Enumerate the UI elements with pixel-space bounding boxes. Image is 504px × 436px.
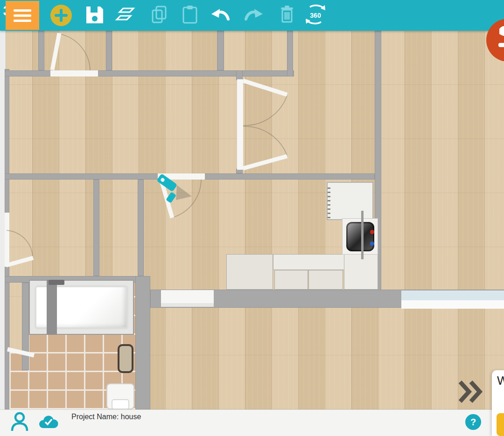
door-leaf-bathroom[interactable] <box>7 349 34 355</box>
door-leaf-double-lower[interactable] <box>243 156 287 168</box>
door-leaf-left-wall[interactable] <box>6 258 33 265</box>
copy-icon <box>150 4 168 27</box>
account-button[interactable] <box>10 411 29 434</box>
paste-button[interactable] <box>179 5 201 26</box>
help-question-mark: ? <box>470 417 476 428</box>
promo-button[interactable] <box>486 19 504 62</box>
add-icon <box>50 5 72 26</box>
cloud-sync-button[interactable] <box>38 415 59 431</box>
trash-button[interactable] <box>276 5 298 26</box>
copy-button[interactable] <box>148 5 170 26</box>
door-leaf-double-upper[interactable] <box>243 81 287 95</box>
rotate-360-button[interactable]: 360 <box>305 5 326 26</box>
side-panel[interactable]: W <box>492 370 504 436</box>
redo-icon <box>243 6 264 25</box>
side-panel-label: W <box>497 374 504 388</box>
add-button[interactable] <box>50 5 72 26</box>
floorplan-canvas[interactable] <box>0 31 504 409</box>
undo-button[interactable] <box>210 5 231 26</box>
paste-icon <box>181 4 199 27</box>
save-button[interactable] <box>84 5 105 26</box>
door-swing-arcs <box>7 34 287 257</box>
promo-icon <box>486 55 504 63</box>
project-name-label: Project Name: house <box>71 413 141 421</box>
rotate-360-label: 360 <box>310 12 321 19</box>
floorplan-app: 360 3D <box>0 0 504 436</box>
person-icon <box>10 425 29 433</box>
trash-icon <box>279 4 295 27</box>
help-button[interactable]: ? <box>465 414 481 430</box>
redo-button[interactable] <box>243 5 264 26</box>
door-leaf-top-left[interactable] <box>52 33 59 70</box>
layers-icon <box>114 6 135 25</box>
camera-view-cone <box>176 185 192 200</box>
double-chevron-icon[interactable] <box>460 382 480 401</box>
toolbar: 360 3D <box>0 0 504 31</box>
save-icon <box>85 5 104 26</box>
side-panel-action-button[interactable] <box>497 413 504 436</box>
doors-overlay <box>0 31 504 409</box>
undo-icon <box>210 6 231 25</box>
menu-button[interactable] <box>6 1 39 30</box>
status-bar: Project Name: house ? <box>0 409 504 436</box>
layers-button[interactable] <box>114 5 135 26</box>
cloud-check-icon <box>38 422 59 430</box>
